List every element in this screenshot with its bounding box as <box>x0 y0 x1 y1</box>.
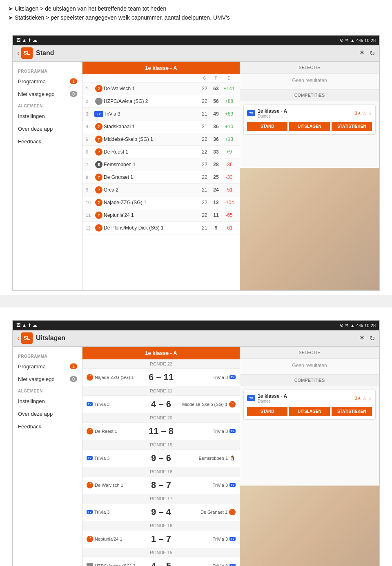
match-row[interactable]: ? De Walvisch 1 8 – 7 TriVia 3 TV <box>82 477 240 494</box>
intro-line2: Statistieken > per speelster aangegeven … <box>8 13 384 22</box>
table-row[interactable]: 12 ? De Plons/Moby Dick (SG) 1 21 9 -61 <box>82 222 240 234</box>
match-home: ? De Walvisch 1 <box>87 482 144 488</box>
sidebar-item-overapp-1[interactable]: Over deze app <box>13 123 82 135</box>
refresh-icon-1[interactable]: ↻ <box>370 49 375 57</box>
match-home: ? Najade-ZZG (SG) 1 <box>87 374 144 381</box>
comp-sub-2: Dames <box>258 399 287 403</box>
trivia-badge: TV <box>87 402 93 406</box>
table-row[interactable]: 8 ? De Granaet 1 22 25 -33 <box>82 171 240 184</box>
btn-statistieken-2[interactable]: STATISTIEKEN <box>332 407 372 416</box>
btn-uitslagen-1[interactable]: UITSLAGEN <box>289 122 330 131</box>
team-logo: E <box>94 160 104 169</box>
btn-uitslagen-2[interactable]: UITSLAGEN <box>289 407 330 416</box>
table-row[interactable]: 1 ? De Walvisch 1 22 63 +141 <box>82 82 240 95</box>
table-row[interactable]: 9 ? Orca 2 21 24 -51 <box>82 184 240 196</box>
time-2: 10:28 <box>364 323 376 328</box>
match-score: 1 – 7 <box>144 534 178 544</box>
trivia-badge: TV <box>229 429 236 433</box>
right-panel-2: SELECTIE Geen resultaten COMPETITIES TV … <box>240 347 379 566</box>
sidebar-item-niet-1[interactable]: Niet vastgelegd 0 <box>13 88 82 100</box>
th-rank <box>86 76 94 80</box>
team-name: De Granaet 1 <box>104 174 199 180</box>
header-icons-1: 👁 ↻ <box>359 49 375 57</box>
signal-icon-2: ▲ <box>350 323 355 328</box>
home-name: Najade-ZZG (SG) 1 <box>95 375 134 380</box>
app-header-1: ‹ SL Stand 👁 ↻ <box>13 45 379 62</box>
match-score: 9 – 4 <box>144 507 178 517</box>
away-name: TriVia 3 <box>213 375 228 380</box>
sl-logo-2: SL <box>21 332 33 344</box>
niet-label-2: Niet vastgelegd <box>18 376 55 382</box>
team-p: 28 <box>210 162 222 167</box>
match-score: 8 – 7 <box>144 480 178 490</box>
comp-card-header-1: TV 1e klasse - A Dames 3★ ☆ ☆ <box>247 108 372 118</box>
table-row[interactable]: 3 TV TriVia 3 21 49 +89 <box>82 108 240 120</box>
ronde-header: RONDE 18 <box>82 467 240 477</box>
selectie-header-2: SELECTIE <box>240 347 379 359</box>
sidebar-item-feedback-2[interactable]: Feedback <box>13 420 82 433</box>
team-p: 36 <box>210 124 222 129</box>
sidebar-item-feedback-1[interactable]: Feedback <box>13 135 82 148</box>
programma-label-2: Programma <box>18 363 46 370</box>
table-row[interactable]: 7 E Eemsrobben 1 22 28 -36 <box>82 158 240 171</box>
sidebar-item-instellingen-2[interactable]: Instellingen <box>13 395 82 408</box>
match-row[interactable]: HZPC/Avéna (SG) 2 4 – 5 TriVia 3 TV <box>82 557 240 566</box>
team-p: 9 <box>210 225 222 231</box>
match-row[interactable]: TV TriVia 3 9 – 4 De Granaet 1 ? <box>82 504 240 521</box>
sidebar-item-programma-2[interactable]: Programma 1 <box>13 360 82 373</box>
home-name: De Reest 1 <box>95 429 117 434</box>
match-row[interactable]: TV TriVia 3 9 – 6 Eemsrobben 1 🐧 <box>82 450 240 467</box>
rank-num: 4 <box>86 124 94 129</box>
app-header-2: ‹ SL Uitslagen 👁 ↻ <box>13 330 379 347</box>
match-row[interactable]: ? Neptunia'24 1 1 – 7 TriVia 3 TV <box>82 530 240 548</box>
team-d: +89 <box>222 111 236 117</box>
btn-stand-1[interactable]: STAND <box>247 122 287 131</box>
th-g: G <box>199 76 210 80</box>
home-name: TriVia 3 <box>94 510 109 515</box>
selectie-header-1: SELECTIE <box>240 62 379 74</box>
table-row[interactable]: 10 ? Najade-ZZG (SG) 1 22 12 -104 <box>82 196 240 209</box>
match-score: 4 – 5 <box>144 561 178 566</box>
match-away: Middelsé-Skelp (SG) 1 ? <box>178 401 236 408</box>
sidebar-programma-title-1: PROGRAMMA <box>13 66 82 75</box>
sidebar-item-overapp-2[interactable]: Over deze app <box>13 408 82 420</box>
back-icon-1[interactable]: ‹ <box>17 49 20 58</box>
team-g: 21 <box>199 124 210 129</box>
eye-icon-1[interactable]: 👁 <box>359 49 365 57</box>
team-d: -104 <box>222 200 236 205</box>
match-row[interactable]: TV TriVia 3 4 – 6 Middelsé-Skelp (SG) 1 … <box>82 396 240 413</box>
sidebar-2: PROGRAMMA Programma 1 Niet vastgelegd 0 … <box>13 347 82 566</box>
team-d: +88 <box>222 98 236 104</box>
refresh-icon-2[interactable]: ↻ <box>370 334 375 342</box>
match-row[interactable]: ? De Reest 1 11 – 8 TriVia 3 TV <box>82 423 240 440</box>
comp-stars-1: 3★ ☆ ☆ <box>355 111 372 116</box>
btn-stand-2[interactable]: STAND <box>247 407 287 416</box>
sidebar-item-programma-1[interactable]: Programma 1 <box>13 75 82 88</box>
comp-name-2: 1e klasse - A <box>258 393 287 399</box>
sidebar-item-instellingen-1[interactable]: Instellingen <box>13 110 82 123</box>
team-name: De Reest 1 <box>104 149 199 155</box>
match-home: ? De Reest 1 <box>87 428 144 435</box>
team-logo: ? <box>94 173 104 181</box>
back-icon-2[interactable]: ‹ <box>17 334 20 343</box>
competities-header-1: COMPETITIES <box>240 89 379 101</box>
battery-1: 4% <box>356 38 363 43</box>
eye-icon-2[interactable]: 👁 <box>359 334 365 342</box>
away-name: De Granaet 1 <box>200 510 227 515</box>
team-logo <box>94 97 104 105</box>
table-row[interactable]: 2 HZPC/Avéna (SG) 2 22 56 +88 <box>82 95 240 108</box>
eye-status-icon: ⊙ <box>340 38 343 43</box>
table-row[interactable]: 5 ? Middelsé-Skelp (SG) 1 22 36 +13 <box>82 133 240 146</box>
table-row[interactable]: 4 ? Stadskanaal 1 21 36 +10 <box>82 120 240 133</box>
table-row[interactable]: 11 ? Neptunia'24 1 22 11 -65 <box>82 209 240 222</box>
match-row[interactable]: ? Najade-ZZG (SG) 1 6 – 11 TriVia 3 TV <box>82 369 240 386</box>
sidebar-item-niet-2[interactable]: Niet vastgelegd 0 <box>13 373 82 386</box>
team-name: TriVia 3 <box>104 111 199 117</box>
header-icons-2: 👁 ↻ <box>359 334 375 342</box>
comp-info-1: 1e klasse - A Dames <box>258 108 287 118</box>
table-row[interactable]: 6 ? De Reest 1 22 33 +9 <box>82 146 240 158</box>
status-bar-left-2: 🖼 ▲ ⬆ ☁ <box>16 323 37 328</box>
btn-statistieken-1[interactable]: STATISTIEKEN <box>332 122 372 131</box>
rank-num: 2 <box>86 99 94 104</box>
status-bar-right-2: ⊙ ≋ ▲ 4% 10:28 <box>340 323 376 328</box>
